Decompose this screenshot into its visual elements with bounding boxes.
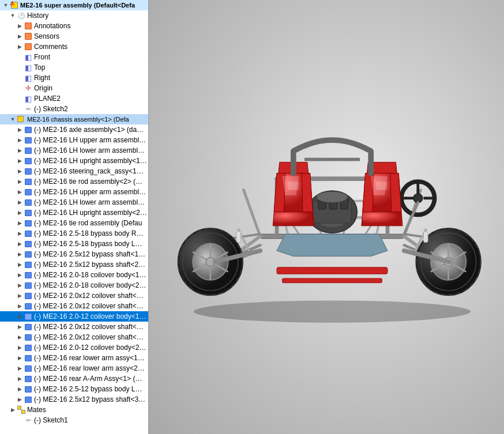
- sidebar-item-coilover-shaft4[interactable]: ▶ (-) ME2-16 2.0x12 coilover shaft<4> (D: [0, 332, 148, 342]
- root-expand-icon[interactable]: ▼: [2, 2, 9, 9]
- sidebar-item-shaft2[interactable]: ▶ (-) ME2-16 2.5x12 bypass shaft<2> (De: [0, 259, 148, 270]
- sidebar-item-lh-lower2[interactable]: ▶ (-) ME2-16 LH lower arm assembly<2>:: [0, 197, 148, 207]
- sidebar-item-comments[interactable]: ▶ Comments: [0, 41, 148, 52]
- top-icon: ◧: [24, 63, 33, 72]
- svg-point-22: [317, 191, 348, 202]
- sidebar-item-coilover-shaft1[interactable]: ▶ (-) ME2-16 2.0x12 coilover shaft<1> (D: [0, 290, 148, 301]
- coilover-shaft4-icon: [24, 333, 33, 342]
- shaft2-label: (-) ME2-16 2.5x12 bypass shaft<2> (De: [34, 261, 147, 269]
- rear-lower1-label: (-) ME2-16 rear lower arm assy<1> (D.: [34, 354, 147, 362]
- sidebar-item-lh-upper1[interactable]: ▶ (-) ME2-16 LH upper arm assembly<1>:: [0, 135, 148, 145]
- sketch1-icon: ✏: [24, 416, 33, 425]
- coilover-body2-label: (-) ME2-16 2.0-18 coilover body<2> (D: [34, 281, 147, 289]
- sidebar-item-axle[interactable]: ▶ (-) ME2-16 axle assembly<1> (dana 60: [0, 124, 148, 135]
- comments-label: Comments: [34, 43, 67, 51]
- shaft1-icon: [24, 250, 33, 259]
- bypass-rh1-icon: [24, 229, 33, 238]
- sidebar-item-coilover-body-selected[interactable]: ▶ (-) ME2-16 2.0-12 coilover body<1> (D: [0, 311, 148, 322]
- rear-aarm-icon: [24, 374, 33, 383]
- sidebar-item-annotations[interactable]: ▶ Annotations: [0, 21, 148, 31]
- 3d-viewport[interactable]: [149, 0, 504, 434]
- sidebar-item-shaft1[interactable]: ▶ (-) ME2-16 2.5x12 bypass shaft<1> (De: [0, 249, 148, 259]
- sidebar-item-lh-upright2[interactable]: ▶ (-) ME2-16 LH upright assembly<2>: (l: [0, 207, 148, 218]
- lh-upright2-icon: [24, 208, 33, 217]
- front-label: Front: [34, 53, 50, 61]
- sidebar-item-rear-lower2[interactable]: ▶ (-) ME2-16 rear lower arm assy<2> (D.: [0, 363, 148, 373]
- shaft1-label: (-) ME2-16 2.5x12 bypass shaft<1> (De: [34, 250, 147, 258]
- sidebar-item-bypass-lh1[interactable]: ▶ (-) ME2-16 2.5-18 bypass body LH<1> <: [0, 239, 148, 249]
- sidebar-item-sketch1[interactable]: ▶ ✏ (-) Sketch1: [0, 415, 148, 425]
- sidebar-item-coilover-body3[interactable]: ▶ (-) ME2-16 2.0-12 coilover body<2> (: [0, 342, 148, 353]
- coilover-body-sel-label: (-) ME2-16 2.0-12 coilover body<1> (D: [34, 312, 147, 320]
- coilover-body3-icon: [24, 343, 33, 352]
- sidebar-item-tie-rod2[interactable]: ▶ (-) ME2-16 tie rod assembly (Defau: [0, 218, 148, 228]
- sidebar-item-steering[interactable]: ▶ (-) ME2-16 steering_rack_assy<1> (Defa…: [0, 166, 148, 176]
- sidebar-item-bypass-lh2[interactable]: ▶ (-) ME2-16 2.5-12 bypass body LH<1>: [0, 384, 148, 394]
- sidebar-item-top[interactable]: ▶ ◧ Top: [0, 62, 148, 73]
- sensors-expand-icon[interactable]: ▶: [16, 33, 23, 40]
- right-label: Right: [34, 74, 50, 82]
- rear-aarm-label: (-) ME2-16 rear A-Arm Assy<1> (Defau: [34, 375, 147, 383]
- lh-upper1-icon: [24, 135, 33, 145]
- coilover-shaft3-icon: [24, 322, 33, 331]
- sidebar-item-lh-upper2[interactable]: ▶ (-) ME2-16 LH upper arm assembly<2>: [0, 187, 148, 197]
- sidebar-item-front[interactable]: ▶ ◧ Front: [0, 52, 148, 62]
- axle-expand-icon[interactable]: ▶: [16, 126, 23, 133]
- tree-root[interactable]: ▼ ⚠ ME2-16 super assembly (Default<Defa: [0, 0, 148, 10]
- svg-line-2: [243, 190, 260, 236]
- axle-label: (-) ME2-16 axle assembly<1> (dana 60: [34, 126, 147, 134]
- annotations-expand-icon[interactable]: ▶: [16, 22, 23, 29]
- comments-icon: [24, 42, 33, 51]
- sidebar-item-coilover-body2[interactable]: ▶ (-) ME2-16 2.0-18 coilover body<2> (D: [0, 280, 148, 290]
- tie-rod1-icon: [24, 177, 33, 186]
- lh-lower1-label: (-) ME2-16 LH lower arm assembly<1>:: [34, 146, 147, 154]
- sidebar-item-mates[interactable]: ▶ Mates: [0, 405, 148, 415]
- sketch1-label: (-) Sketch1: [34, 416, 68, 424]
- sketch2-label: (-) Sketch2: [34, 105, 68, 113]
- sidebar-item-tie-rod1[interactable]: ▶ (-) ME2-16 tie rod assembly<2> (Defau: [0, 176, 148, 187]
- history-label: History: [27, 12, 48, 20]
- sidebar-item-sensors[interactable]: ▶ Sensors: [0, 31, 148, 41]
- chassis-expand-icon[interactable]: ▼: [9, 116, 16, 123]
- lh-upright2-label: (-) ME2-16 LH upright assembly<2>: (l: [34, 209, 147, 217]
- sketch2-icon: ✏: [24, 104, 33, 114]
- sidebar-item-rear-lower1[interactable]: ▶ (-) ME2-16 rear lower arm assy<1> (D.: [0, 353, 148, 363]
- coilover-shaft1-icon: [24, 291, 33, 300]
- coilover-shaft2-icon: [24, 301, 33, 311]
- sidebar-item-bypass-rh1[interactable]: ▶ (-) ME2-16 2.5-18 bypass body RH<1>: [0, 228, 148, 239]
- lh-upper2-icon: [24, 187, 33, 197]
- feature-tree[interactable]: ▼ ⚠ ME2-16 super assembly (Default<Defa …: [0, 0, 149, 434]
- sidebar-item-right[interactable]: ▶ ◧ Right: [0, 73, 148, 83]
- sidebar-item-lh-upright1[interactable]: ▶ (-) ME2-16 LH upright assembly<1>: (l: [0, 156, 148, 166]
- bypass-rh1-label: (-) ME2-16 2.5-18 bypass body RH<1>: [34, 229, 147, 237]
- sidebar-item-history[interactable]: ▼ 🕐 History: [0, 10, 148, 21]
- sidebar-item-sketch2[interactable]: ▶ ✏ (-) Sketch2: [0, 104, 148, 114]
- mates-expand-icon[interactable]: ▶: [9, 406, 16, 413]
- sidebar-item-plane2[interactable]: ▶ ◧ PLANE2: [0, 93, 148, 104]
- origin-icon: ✛: [24, 84, 33, 93]
- plane2-label: PLANE2: [34, 95, 61, 103]
- lh-lower2-label: (-) ME2-16 LH lower arm assembly<2>:: [34, 198, 147, 206]
- sidebar-item-origin[interactable]: ▶ ✛ Origin: [0, 83, 148, 93]
- comments-expand-icon[interactable]: ▶: [16, 43, 23, 50]
- sidebar-item-lh-lower1[interactable]: ▶ (-) ME2-16 LH lower arm assembly<1>:: [0, 145, 148, 156]
- svg-rect-61: [283, 278, 382, 283]
- car-model-svg: [166, 76, 498, 370]
- sensors-icon: [24, 32, 33, 41]
- rear-lower2-icon: [24, 364, 33, 373]
- bypass-lh2-icon: [24, 384, 33, 394]
- sidebar-item-coilover-shaft2[interactable]: ▶ (-) ME2-16 2.0x12 coilover shaft<2> (D: [0, 301, 148, 311]
- history-expand-icon[interactable]: ▼: [9, 12, 16, 19]
- sidebar-item-rear-aarm[interactable]: ▶ (-) ME2-16 rear A-Arm Assy<1> (Defau: [0, 373, 148, 384]
- history-icon: 🕐: [17, 11, 26, 20]
- right-icon: ◧: [24, 73, 33, 82]
- sidebar-item-bypass-shaft3[interactable]: ▶ (-) ME2-16 2.5x12 bypass shaft<3> (De: [0, 394, 148, 405]
- chassis-warn-icon: ⚠: [17, 115, 26, 124]
- bypass-lh2-label: (-) ME2-16 2.5-12 bypass body LH<1>: [34, 385, 147, 393]
- sidebar-item-coilover-body1[interactable]: ▶ (-) ME2-16 2.0-18 coilover body<1> (D: [0, 270, 148, 280]
- axle-icon: [24, 125, 33, 134]
- sensors-label: Sensors: [34, 32, 59, 40]
- steering-icon: [24, 167, 33, 176]
- sidebar-item-coilover-shaft3[interactable]: ▶ (-) ME2-16 2.0x12 coilover shaft<3> (D: [0, 322, 148, 332]
- sidebar-item-chassis[interactable]: ▼ ⚠ ME2-16 chassis assembly<1> (Defa: [0, 114, 148, 124]
